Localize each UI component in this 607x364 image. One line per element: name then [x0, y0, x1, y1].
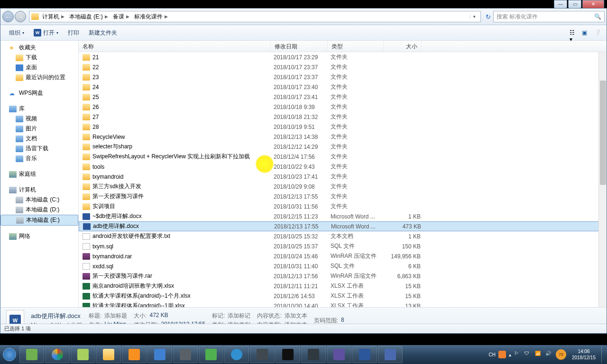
tray-icon[interactable]: 🛡 — [524, 351, 532, 358]
taskbar-chrome[interactable] — [45, 346, 70, 363]
sidebar-computer[interactable]: 计算机 — [0, 185, 78, 195]
file-row[interactable]: 第三方sdk接入开发2018/10/29 9:08文件夹 — [79, 182, 607, 191]
file-row[interactable]: selecter与sharp2018/12/12 14:29文件夹 — [79, 142, 607, 152]
taskbar-wps[interactable] — [378, 346, 403, 363]
taskbar-wechat[interactable] — [199, 346, 223, 363]
file-row[interactable]: 242018/10/17 23:40文件夹 — [79, 82, 607, 92]
file-row[interactable]: ~$db使用详解.docx2018/12/15 11:23Microsoft W… — [79, 211, 607, 221]
organize-menu[interactable]: 组织 ▾ — [4, 29, 29, 37]
tray-chevron[interactable]: ▴ — [509, 352, 511, 357]
clock[interactable]: 14:06 2018/12/15 — [569, 348, 598, 361]
preview-pane-icon[interactable]: ▣ — [582, 29, 590, 36]
sidebar-documents[interactable]: 文档 — [0, 134, 78, 144]
ime-indicator[interactable]: CH — [488, 352, 495, 357]
file-row[interactable]: 实训项目2018/10/31 11:56文件夹 — [79, 201, 607, 211]
details-title[interactable]: 添加标题 — [104, 312, 127, 320]
taskbar-app[interactable] — [250, 346, 275, 363]
column-type[interactable]: 类型 — [328, 41, 384, 52]
taskbar-explorer[interactable] — [96, 346, 121, 363]
details-status[interactable]: 添加文本 — [285, 312, 307, 320]
tray-icon[interactable]: ⚐ — [514, 351, 522, 358]
taskbar-androidstudio[interactable] — [71, 346, 95, 363]
file-row[interactable]: txym.sql2018/10/25 15:37SQL 文件150 KB — [79, 241, 607, 251]
sogou-icon[interactable] — [498, 351, 506, 358]
maximize-button[interactable]: ▭ — [568, 0, 581, 9]
minimize-button[interactable]: — — [554, 0, 567, 9]
back-button[interactable]: ← — [2, 11, 14, 22]
file-row[interactable]: txymandroid2018/10/23 17:41文件夹 — [79, 172, 607, 182]
breadcrumb[interactable]: 计算机▶ — [41, 13, 68, 21]
file-row[interactable]: 282018/10/19 9:51文件夹 — [79, 122, 607, 132]
show-desktop[interactable] — [601, 346, 605, 363]
file-row[interactable]: 软通大学课程体系(android)--1个月.xlsx2018/12/6 14:… — [79, 291, 607, 301]
sidebar-downloads[interactable]: 下载 — [0, 53, 78, 63]
sidebar-drive-e[interactable]: 本地磁盘 (E:) — [0, 215, 78, 226]
sidebar-music[interactable]: 音乐 — [0, 154, 78, 164]
file-row[interactable]: SwipeRefreshLayout + RecyclerView 实现上拉刷新… — [79, 152, 607, 162]
file-row[interactable]: 南京android培训班教学大纲.xlsx2018/12/11 11:21XLS… — [79, 281, 607, 291]
sidebar-libraries[interactable]: 库 — [0, 104, 78, 114]
sidebar-videos[interactable]: 视频 — [0, 114, 78, 124]
file-row[interactable]: adb使用详解.docx2018/12/13 17:55Microsoft Wo… — [79, 221, 607, 231]
view-options-icon[interactable]: ☷ ▾ — [570, 29, 578, 36]
file-row[interactable]: txymandroid.rar2018/10/24 15:46WinRAR 压缩… — [79, 251, 607, 261]
taskbar-app[interactable] — [327, 346, 351, 363]
open-menu[interactable]: W打开 ▾ — [29, 29, 63, 37]
taskbar-app[interactable] — [224, 346, 249, 363]
newfolder-button[interactable]: 新建文件夹 — [84, 29, 122, 37]
details-tags[interactable]: 添加标记 — [228, 312, 250, 320]
file-row[interactable]: tools2018/10/22 9:43文件夹 — [79, 162, 607, 172]
file-row[interactable]: android开发软硬件配置要求.txt2018/10/25 15:32文本文档… — [79, 231, 607, 241]
print-button[interactable]: 打印 — [63, 29, 84, 37]
address-bar[interactable]: 计算机▶ 本地磁盘 (E:)▶ 备课▶ 标准化课件▶ ▾ — [29, 11, 481, 22]
file-row[interactable]: 第一天授课预习课件.rar2018/12/13 17:56WinRAR 压缩文件… — [79, 271, 607, 281]
scrollbar[interactable] — [598, 52, 607, 307]
file-row[interactable]: 软通大学课程体系(android)--1周.xlsx2018/10/30 14:… — [79, 301, 607, 307]
taskbar-app[interactable] — [122, 346, 147, 363]
volume-icon[interactable]: 🔊 — [545, 351, 553, 358]
file-name: 28 — [92, 124, 274, 130]
taskbar-app[interactable] — [173, 346, 198, 363]
breadcrumb[interactable]: 备课▶ — [111, 13, 133, 21]
file-row[interactable]: 262018/10/18 9:39文件夹 — [79, 102, 607, 112]
close-button[interactable]: ✕ — [582, 0, 604, 9]
sidebar-desktop[interactable]: 桌面 — [0, 63, 78, 73]
file-row[interactable]: 272018/10/18 21:32文件夹 — [79, 112, 607, 122]
file-row[interactable]: 222018/10/17 23:37文件夹 — [79, 62, 607, 72]
search-input[interactable]: 搜索 标准化课件 🔍 — [493, 11, 605, 22]
start-button[interactable] — [0, 345, 19, 364]
file-row[interactable]: RecycleView2018/12/13 14:38文件夹 — [79, 132, 607, 142]
file-row[interactable]: 252018/10/17 23:41文件夹 — [79, 92, 607, 102]
file-list[interactable]: 212018/10/17 23:29文件夹222018/10/17 23:37文… — [79, 52, 607, 307]
address-dropdown[interactable]: ▾ — [470, 14, 478, 19]
breadcrumb[interactable]: 标准化课件▶ — [133, 13, 171, 21]
breadcrumb[interactable]: 本地磁盘 (E:)▶ — [68, 13, 111, 21]
taskbar-app[interactable] — [19, 346, 44, 363]
temp-badge[interactable]: 78 — [556, 349, 566, 360]
file-row[interactable]: xxdd.sql2018/10/31 11:40SQL 文件6 KB — [79, 261, 607, 271]
file-row[interactable]: 212018/10/17 23:29文件夹 — [79, 52, 607, 62]
taskbar-app[interactable] — [147, 346, 172, 363]
sidebar-homegroup[interactable]: 家庭组 — [0, 169, 78, 179]
taskbar-app[interactable] — [301, 346, 326, 363]
taskbar-word[interactable] — [352, 346, 377, 363]
refresh-button[interactable]: ↻ — [483, 13, 493, 20]
network-icon[interactable]: 📶 — [535, 351, 543, 358]
sidebar-drive-d[interactable]: 本地磁盘 (D:) — [0, 205, 78, 215]
sidebar-recent[interactable]: 最近访问的位置 — [0, 73, 78, 82]
sidebar-xunlei[interactable]: 迅雷下载 — [0, 144, 78, 154]
taskbar-cmd[interactable] — [276, 346, 300, 363]
sidebar-drive-c[interactable]: 本地磁盘 (C:) — [0, 195, 78, 205]
sidebar-network[interactable]: 网络 — [0, 231, 78, 241]
file-row[interactable]: 232018/10/17 23:37文件夹 — [79, 72, 607, 82]
column-size[interactable]: 大小 — [384, 41, 422, 52]
sidebar-wps[interactable]: ☁WPS网盘 — [0, 88, 78, 98]
forward-button[interactable]: → — [15, 11, 26, 22]
column-date[interactable]: 修改日期 — [271, 41, 328, 52]
sidebar-favorites[interactable]: ★收藏夹 — [0, 43, 78, 53]
help-icon[interactable]: ❔ — [594, 29, 603, 36]
file-row[interactable]: 第一天授课预习课件2018/12/13 17:55文件夹 — [79, 191, 607, 201]
scrollbar-thumb[interactable] — [600, 81, 606, 185]
column-name[interactable]: 名称 — [79, 41, 271, 52]
sidebar-pictures[interactable]: 图片 — [0, 124, 78, 134]
